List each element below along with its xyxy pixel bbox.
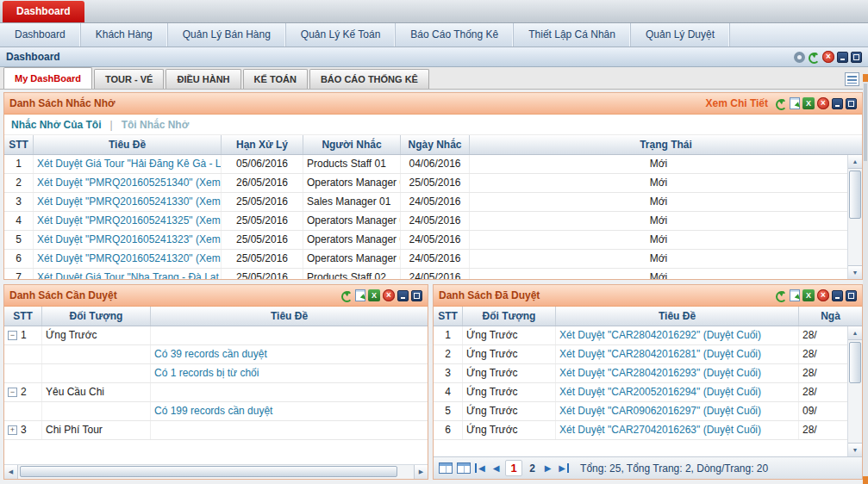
reminder-row[interactable]: 3 Xét Duyệt "PMRQ201605241330" (Xem X 25… — [4, 193, 847, 212]
scrollbar-thumb[interactable] — [849, 171, 861, 219]
close-icon[interactable]: × — [817, 97, 829, 109]
window-tab-dashboard[interactable]: Dashboard — [3, 1, 84, 22]
minimize-icon[interactable] — [397, 290, 409, 301]
approved-row[interactable]: 3 Ứng Trước Xét Duyệt "CAR28042016293" (… — [434, 364, 847, 383]
column-header-object[interactable]: Đối Tượng — [463, 307, 556, 326]
filter-my-reminders[interactable]: Nhắc Nhở Của Tôi — [11, 119, 102, 131]
layout-list-icon[interactable] — [845, 72, 859, 86]
excel-export-icon[interactable]: X — [368, 289, 380, 301]
settings-icon[interactable] — [794, 52, 805, 63]
column-header-title[interactable]: Tiêu Đề — [34, 135, 222, 154]
close-icon[interactable]: × — [822, 51, 834, 63]
close-icon[interactable]: × — [383, 289, 395, 301]
reminder-title-link[interactable]: Xét Duyệt "PMRQ201605241323" (Xem X — [37, 233, 222, 245]
reminder-title-link[interactable]: Xét Duyệt "PMRQ201605251340" (Xem X — [37, 177, 222, 189]
reminder-row[interactable]: 4 Xét Duyệt "PMRQ201605241325" (Xem X 25… — [4, 212, 847, 231]
approved-title-link[interactable]: Xét Duyệt "CAR28042016281" (Duyệt Cuối) — [559, 348, 761, 360]
menu-item-bao-cao-thong-ke[interactable]: Báo Cáo Thống Kê — [396, 23, 514, 47]
reminder-row[interactable]: 6 Xét Duyệt "PMRQ201605241320" (Xem X 25… — [4, 250, 847, 269]
refresh-icon[interactable] — [808, 51, 820, 63]
scrollbar-thumb[interactable] — [20, 466, 397, 477]
pending-detail-link[interactable]: Có 1 records bị từ chối — [154, 367, 259, 379]
reminder-row[interactable]: 7 Xét Duyệt Giá Tour "Nha Trang - Đà Lạt… — [4, 269, 847, 279]
refresh-icon[interactable] — [340, 289, 353, 301]
collapse-icon[interactable]: − — [8, 331, 17, 340]
scroll-up-icon[interactable]: ▲ — [848, 155, 862, 169]
reminder-title-link[interactable]: Xét Duyệt "PMRQ201605241320" (Xem X — [37, 252, 222, 264]
view-detail-link[interactable]: Xem Chi Tiết — [706, 97, 768, 109]
export-icon[interactable] — [790, 97, 800, 109]
pager-prev-button[interactable]: ◀ — [491, 463, 502, 473]
column-header-title[interactable]: Tiêu Đề — [151, 307, 428, 326]
table-settings-icon[interactable] — [457, 462, 471, 474]
vertical-scrollbar[interactable]: ▲ ▼ — [847, 326, 862, 456]
pager-page-2[interactable]: 2 — [527, 462, 539, 475]
pending-group-row[interactable]: − 1 Ứng Trước — [4, 326, 428, 345]
page-vertical-scrollbar[interactable] — [863, 74, 868, 484]
reminder-title-link[interactable]: Xét Duyệt Giá Tour "Nha Trang - Đà Lạt l — [37, 271, 222, 279]
column-header-object[interactable]: Đối Tượng — [42, 307, 151, 326]
collapse-icon[interactable]: − — [8, 388, 17, 397]
scroll-down-icon[interactable] — [863, 476, 868, 484]
export-icon[interactable] — [790, 289, 800, 301]
menu-item-dashboard[interactable]: Dashboard — [0, 23, 81, 47]
approved-row[interactable]: 4 Ứng Trước Xét Duyệt "CAR20052016294" (… — [434, 383, 847, 402]
reminder-row[interactable]: 2 Xét Duyệt "PMRQ201605251340" (Xem X 26… — [4, 174, 847, 193]
maximize-icon[interactable] — [846, 290, 857, 301]
maximize-icon[interactable] — [846, 98, 857, 109]
reminder-title-link[interactable]: Xét Duyệt "PMRQ201605241330" (Xem X — [37, 195, 222, 208]
approved-row[interactable]: 6 Ứng Trước Xét Duyệt "CAR27042016263" (… — [434, 421, 847, 440]
column-header-stt[interactable]: STT — [4, 307, 42, 326]
table-icon[interactable] — [439, 462, 453, 474]
column-header-title[interactable]: Tiêu Đề — [556, 307, 799, 326]
approved-row[interactable]: 2 Ứng Trước Xét Duyệt "CAR28042016281" (… — [434, 345, 847, 364]
approved-title-link[interactable]: Xét Duyệt "CAR28042016292" (Duyệt Cuối) — [559, 329, 761, 341]
scroll-right-icon[interactable]: ▶ — [414, 465, 428, 479]
column-header-reminder-person[interactable]: Người Nhắc — [303, 135, 401, 154]
menu-item-quan-ly-ke-toan[interactable]: Quản Lý Kế Toán — [286, 23, 397, 47]
approved-title-link[interactable]: Xét Duyệt "CAR09062016297" (Duyệt Cuối) — [559, 405, 761, 417]
pending-detail-row[interactable]: Có 199 records cần duyệt — [4, 402, 428, 421]
horizontal-scrollbar[interactable]: ◀ ▶ — [4, 464, 428, 479]
tab-dieu-hanh[interactable]: ĐIỀU HÀNH — [165, 69, 240, 89]
approved-title-link[interactable]: Xét Duyệt "CAR20052016294" (Duyệt Cuối) — [559, 386, 761, 398]
minimize-icon[interactable] — [832, 98, 843, 109]
scroll-left-icon[interactable]: ◀ — [4, 465, 18, 479]
approved-title-link[interactable]: Xét Duyệt "CAR27042016263" (Duyệt Cuối) — [559, 424, 761, 436]
tab-bao-cao-thong-ke[interactable]: BÁO CÁO THỐNG KÊ — [309, 69, 429, 89]
column-header-status[interactable]: Trạng Thái — [470, 135, 862, 154]
pager-next-button[interactable]: ▶ — [543, 463, 553, 473]
menu-item-quan-ly-ban-hang[interactable]: Quản Lý Bán Hàng — [168, 23, 286, 47]
reminder-row[interactable]: 1 Xét Duyệt Giá Tour "Hải Đăng Kê Gà - L… — [4, 155, 847, 174]
pending-detail-link[interactable]: Có 199 records cần duyệt — [154, 405, 272, 417]
column-header-date[interactable]: Ngà — [799, 307, 862, 326]
column-header-remind-date[interactable]: Ngày Nhắc — [401, 135, 470, 154]
pending-detail-row[interactable]: Có 39 records cần duyệt — [4, 345, 428, 364]
excel-export-icon[interactable]: X — [802, 289, 815, 301]
menu-item-thiet-lap-ca-nhan[interactable]: Thiết Lập Cá Nhân — [514, 23, 631, 47]
scroll-down-icon[interactable]: ▼ — [848, 443, 862, 456]
pending-detail-row[interactable]: Có 1 records bị từ chối — [4, 364, 428, 383]
refresh-icon[interactable] — [775, 97, 787, 109]
pending-detail-link[interactable]: Có 39 records cần duyệt — [154, 348, 267, 360]
reminder-title-link[interactable]: Xét Duyệt "PMRQ201605241325" (Xem X — [37, 214, 222, 226]
tab-my-dashboard[interactable]: My DashBoard — [3, 67, 92, 89]
pending-group-row[interactable]: + 3 Chi Phí Tour — [4, 421, 428, 440]
approved-row[interactable]: 1 Ứng Trước Xét Duyệt "CAR28042016292" (… — [434, 326, 847, 345]
column-header-due-date[interactable]: Hạn Xử Lý — [222, 135, 303, 154]
expand-icon[interactable]: + — [8, 425, 17, 435]
reminder-title-link[interactable]: Xét Duyệt Giá Tour "Hải Đăng Kê Gà - Lâu — [37, 158, 222, 170]
close-icon[interactable]: × — [817, 289, 829, 301]
maximize-icon[interactable] — [411, 290, 422, 301]
minimize-icon[interactable] — [832, 290, 843, 301]
excel-export-icon[interactable]: X — [802, 97, 815, 109]
tab-ke-toan[interactable]: KẾ TOÁN — [243, 69, 308, 89]
scroll-down-icon[interactable]: ▼ — [848, 265, 862, 279]
maximize-icon[interactable] — [851, 52, 862, 63]
menu-item-quan-ly-duyet[interactable]: Quản Lý Duyệt — [631, 23, 730, 47]
reminder-row[interactable]: 5 Xét Duyệt "PMRQ201605241323" (Xem X 25… — [4, 231, 847, 250]
filter-i-remind[interactable]: Tôi Nhắc Nhở — [122, 119, 190, 131]
pager-page-1[interactable]: 1 — [505, 460, 521, 476]
column-header-stt[interactable]: STT — [434, 307, 463, 326]
pager-last-button[interactable]: ▶ — [557, 463, 569, 473]
